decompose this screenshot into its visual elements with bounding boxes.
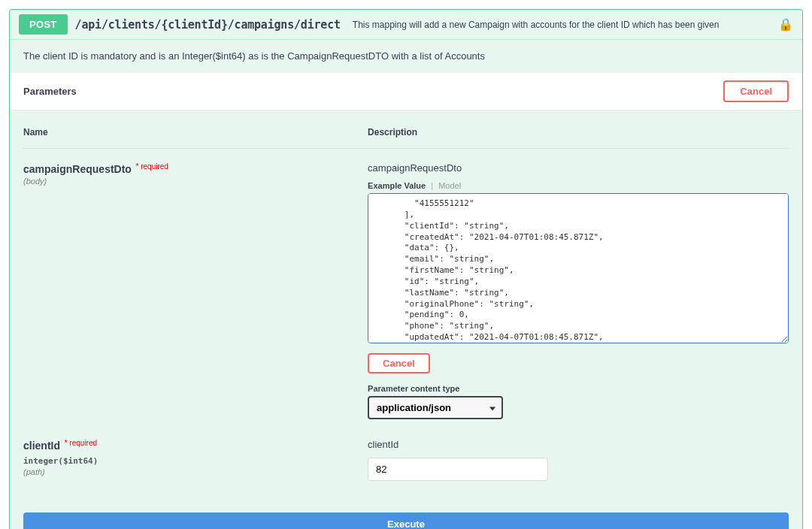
tab-model[interactable]: Model: [438, 181, 461, 190]
param-in: (body): [23, 177, 368, 186]
tab-example-value[interactable]: Example Value: [368, 181, 426, 190]
parameters-header: Parameters Cancel: [10, 72, 802, 110]
required-marker: * required: [136, 162, 168, 171]
operation-header[interactable]: POST /api/clients/{clientId}/campaigns/d…: [10, 10, 802, 40]
cancel-button[interactable]: Cancel: [723, 80, 789, 102]
param-desc: campaignRequestDto: [368, 162, 789, 174]
param-name: campaignRequestDto: [23, 163, 132, 175]
col-header-name: Name: [23, 127, 368, 138]
param-content-type-select[interactable]: application/json: [368, 396, 503, 419]
param-row-body: campaignRequestDto * required (body) cam…: [23, 158, 789, 434]
endpoint-path: /api/clients/{clientId}/campaigns/direct: [75, 18, 341, 32]
required-marker: * required: [65, 439, 97, 447]
cancel-body-button[interactable]: Cancel: [368, 353, 430, 373]
col-header-description: Description: [368, 127, 789, 138]
operation-block: POST /api/clients/{clientId}/campaigns/d…: [9, 9, 803, 529]
method-badge: POST: [19, 14, 68, 35]
parameters-title: Parameters: [23, 86, 77, 97]
param-type: integer($int64): [23, 456, 368, 466]
param-content-type-wrap: application/json: [368, 396, 503, 419]
request-body-textarea[interactable]: [368, 193, 789, 343]
endpoint-summary: This mapping will add a new Campaign wit…: [353, 20, 720, 30]
param-row-clientid: clientId * required integer($int64) (pat…: [23, 434, 789, 496]
param-name: clientId: [23, 440, 60, 452]
endpoint-description: The client ID is mandatory and is an Int…: [10, 40, 802, 72]
clientid-input[interactable]: [368, 458, 548, 481]
param-in: (path): [23, 467, 368, 476]
execute-button[interactable]: Execute: [23, 512, 789, 529]
param-content-type-label: Parameter content type: [368, 384, 789, 393]
param-desc: clientId: [368, 439, 789, 450]
parameters-table: Name Description campaignRequestDto * re…: [10, 110, 802, 509]
lock-icon[interactable]: 🔒: [778, 17, 793, 32]
